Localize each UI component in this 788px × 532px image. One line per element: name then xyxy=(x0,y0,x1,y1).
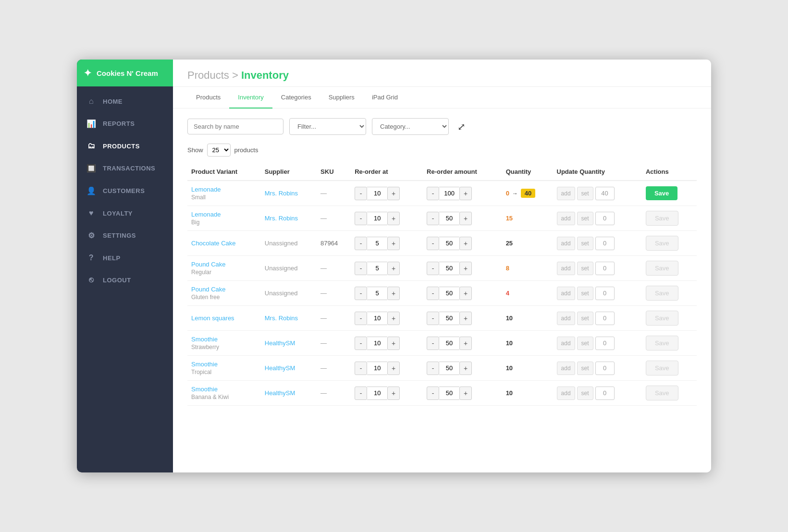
reorder-at-minus[interactable]: - xyxy=(355,387,367,400)
reorder-at-input[interactable] xyxy=(367,312,387,325)
add-button[interactable]: add xyxy=(557,187,575,200)
reorder-amount-input[interactable] xyxy=(439,337,459,350)
add-button[interactable]: add xyxy=(557,337,575,350)
reorder-at-minus[interactable]: - xyxy=(355,262,367,275)
reorder-at-plus[interactable]: + xyxy=(387,187,400,200)
sidebar-item-help[interactable]: ? HELP xyxy=(77,247,173,269)
set-button[interactable]: set xyxy=(577,237,593,250)
reorder-amount-plus[interactable]: + xyxy=(459,187,472,200)
sidebar-item-logout[interactable]: ⎋ LOGOUT xyxy=(77,269,173,291)
reorder-amount-input[interactable] xyxy=(439,262,459,275)
add-button[interactable]: add xyxy=(557,287,575,300)
update-qty-input[interactable] xyxy=(595,337,615,350)
save-button[interactable]: Save xyxy=(646,186,677,200)
update-qty-input[interactable] xyxy=(595,237,615,250)
set-button[interactable]: set xyxy=(577,262,593,275)
search-input[interactable] xyxy=(187,119,283,134)
product-name[interactable]: Lemonade xyxy=(191,186,257,193)
supplier-link[interactable]: HealthySM xyxy=(265,389,296,397)
set-button[interactable]: set xyxy=(577,337,593,350)
set-button[interactable]: set xyxy=(577,287,593,300)
set-button[interactable]: set xyxy=(577,212,593,225)
supplier-link[interactable]: Mrs. Robins xyxy=(265,215,298,222)
tab-inventory[interactable]: Inventory xyxy=(229,87,272,109)
show-count-select[interactable]: 25 xyxy=(207,144,231,157)
product-name[interactable]: Lemon squares xyxy=(191,314,257,322)
product-name[interactable]: Lemonade xyxy=(191,211,257,218)
tab-products[interactable]: Products xyxy=(187,87,229,109)
reorder-at-plus[interactable]: + xyxy=(387,337,400,350)
reorder-amount-input[interactable] xyxy=(439,362,459,375)
supplier-link[interactable]: HealthySM xyxy=(265,339,296,347)
sidebar-item-home[interactable]: ⌂ HOME xyxy=(77,90,173,112)
reorder-at-plus[interactable]: + xyxy=(387,237,400,250)
supplier-link[interactable]: Mrs. Robins xyxy=(265,314,298,322)
product-name[interactable]: Chocolate Cake xyxy=(191,240,257,247)
reorder-amount-input[interactable] xyxy=(439,237,459,250)
reorder-amount-plus[interactable]: + xyxy=(459,337,472,350)
reorder-at-input[interactable] xyxy=(367,337,387,350)
set-button[interactable]: set xyxy=(577,187,593,200)
set-button[interactable]: set xyxy=(577,387,593,400)
expand-icon[interactable]: ⤢ xyxy=(457,121,466,133)
reorder-at-input[interactable] xyxy=(367,212,387,225)
product-name[interactable]: Smoothie xyxy=(191,336,257,343)
reorder-at-input[interactable] xyxy=(367,387,387,400)
reorder-amount-plus[interactable]: + xyxy=(459,212,472,225)
reorder-amount-minus[interactable]: - xyxy=(427,262,439,275)
product-name[interactable]: Smoothie xyxy=(191,386,257,393)
reorder-amount-plus[interactable]: + xyxy=(459,287,472,300)
reorder-amount-minus[interactable]: - xyxy=(427,337,439,350)
tab-ipad-grid[interactable]: iPad Grid xyxy=(363,87,406,109)
reorder-at-plus[interactable]: + xyxy=(387,362,400,375)
reorder-at-plus[interactable]: + xyxy=(387,287,400,300)
tab-categories[interactable]: Categories xyxy=(272,87,320,109)
product-name[interactable]: Smoothie xyxy=(191,361,257,368)
reorder-amount-minus[interactable]: - xyxy=(427,287,439,300)
reorder-amount-input[interactable] xyxy=(439,387,459,400)
reorder-at-input[interactable] xyxy=(367,262,387,275)
reorder-amount-input[interactable] xyxy=(439,187,459,200)
reorder-amount-input[interactable] xyxy=(439,312,459,325)
sidebar-item-customers[interactable]: 👤 CUSTOMERS xyxy=(77,180,173,202)
set-button[interactable]: set xyxy=(577,362,593,375)
reorder-at-plus[interactable]: + xyxy=(387,312,400,325)
reorder-at-minus[interactable]: - xyxy=(355,337,367,350)
add-button[interactable]: add xyxy=(557,237,575,250)
sidebar-item-products[interactable]: 🗂 PRODUCTS xyxy=(77,135,173,157)
tab-suppliers[interactable]: Suppliers xyxy=(320,87,363,109)
reorder-at-input[interactable] xyxy=(367,287,387,300)
update-qty-input[interactable] xyxy=(595,312,615,325)
reorder-amount-minus[interactable]: - xyxy=(427,237,439,250)
supplier-link[interactable]: Mrs. Robins xyxy=(265,190,298,197)
update-qty-input[interactable] xyxy=(595,287,615,300)
reorder-at-minus[interactable]: - xyxy=(355,187,367,200)
category-select[interactable]: Category... xyxy=(372,118,449,135)
reorder-at-minus[interactable]: - xyxy=(355,287,367,300)
reorder-amount-plus[interactable]: + xyxy=(459,237,472,250)
reorder-amount-minus[interactable]: - xyxy=(427,212,439,225)
reorder-at-minus[interactable]: - xyxy=(355,312,367,325)
reorder-at-minus[interactable]: - xyxy=(355,237,367,250)
update-qty-input[interactable] xyxy=(595,387,615,400)
reorder-amount-plus[interactable]: + xyxy=(459,387,472,400)
supplier-link[interactable]: HealthySM xyxy=(265,364,296,372)
reorder-amount-minus[interactable]: - xyxy=(427,362,439,375)
add-button[interactable]: add xyxy=(557,362,575,375)
reorder-amount-plus[interactable]: + xyxy=(459,362,472,375)
reorder-amount-input[interactable] xyxy=(439,287,459,300)
sidebar-item-transactions[interactable]: 🔲 TRANSACTIONS xyxy=(77,157,173,180)
sidebar-item-reports[interactable]: 📊 REPORTS xyxy=(77,112,173,135)
reorder-amount-plus[interactable]: + xyxy=(459,312,472,325)
reorder-at-input[interactable] xyxy=(367,187,387,200)
update-qty-input[interactable] xyxy=(595,187,615,200)
product-name[interactable]: Pound Cake xyxy=(191,261,257,268)
reorder-at-minus[interactable]: - xyxy=(355,212,367,225)
sidebar-item-settings[interactable]: ⚙ SETTINGS xyxy=(77,224,173,247)
add-button[interactable]: add xyxy=(557,212,575,225)
reorder-amount-minus[interactable]: - xyxy=(427,187,439,200)
add-button[interactable]: add xyxy=(557,387,575,400)
reorder-at-plus[interactable]: + xyxy=(387,262,400,275)
reorder-at-input[interactable] xyxy=(367,237,387,250)
reorder-amount-input[interactable] xyxy=(439,212,459,225)
